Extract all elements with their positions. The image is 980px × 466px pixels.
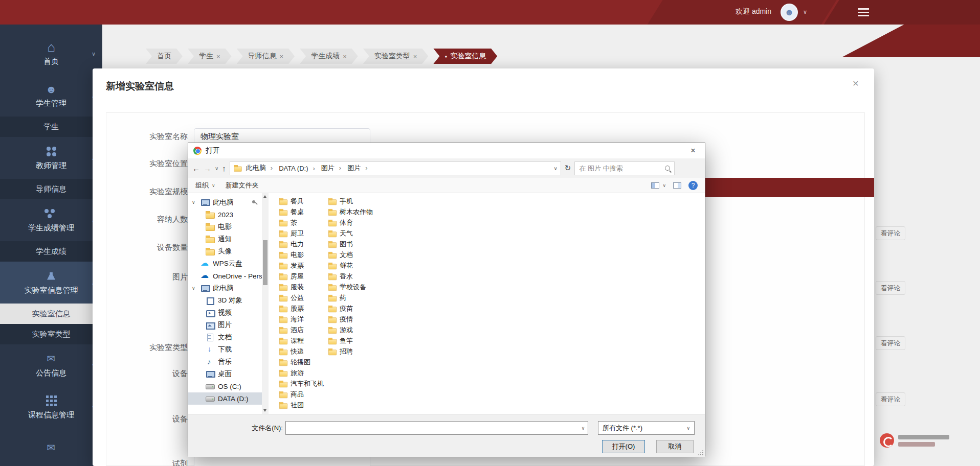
hamburger-menu-icon[interactable]	[858, 8, 869, 16]
sidebar-item[interactable]: 学生成绩	[0, 241, 102, 262]
folder-item[interactable]: 药	[328, 292, 377, 303]
tree-item[interactable]: 桌面	[188, 368, 262, 380]
chevron-down-icon[interactable]: ∨	[803, 9, 807, 15]
folder-item[interactable]: 课程	[279, 335, 328, 346]
sidebar-item[interactable]	[0, 428, 102, 466]
sidebar-item[interactable]: 教师管理 ∧	[0, 137, 102, 179]
sidebar-item[interactable]: 学生	[0, 116, 102, 137]
folder-item[interactable]: 房屋	[279, 271, 328, 282]
tree-item[interactable]: 下载	[188, 343, 262, 356]
breadcrumb-segment[interactable]: 图片	[345, 164, 370, 173]
folder-item[interactable]: 酒店	[279, 324, 328, 335]
new-folder-button[interactable]: 新建文件夹	[226, 181, 259, 190]
sidebar-item[interactable]: 学生成绩管理 ∧	[0, 199, 102, 241]
folder-item[interactable]: 文档	[328, 249, 377, 260]
back-icon[interactable]: ←	[192, 164, 200, 173]
folder-item[interactable]: 发票	[279, 260, 328, 271]
folder-item[interactable]: 商品	[279, 389, 328, 400]
tree-item[interactable]: 2023	[188, 208, 262, 221]
folder-item[interactable]: 招聘	[328, 346, 377, 357]
preview-pane-icon[interactable]	[673, 182, 681, 189]
resize-grip[interactable]	[697, 449, 703, 455]
tab[interactable]: 学生成绩 ×	[300, 49, 358, 64]
tab[interactable]: 首页	[146, 49, 183, 64]
folder-item[interactable]: 电影	[279, 249, 328, 260]
tree-item[interactable]: 音乐	[188, 356, 262, 368]
tree-item[interactable]: OS (C:)	[188, 380, 262, 392]
filename-input[interactable]	[286, 424, 578, 432]
view-comments-button[interactable]: 看评论	[876, 281, 905, 295]
folder-item[interactable]: 图书	[328, 239, 377, 249]
tree-item[interactable]: 3D 对象	[188, 294, 262, 307]
breadcrumb-segment[interactable]: 此电脑	[243, 164, 275, 173]
open-button[interactable]: 打开(O)	[602, 440, 645, 453]
tab-close-icon[interactable]: ×	[343, 53, 347, 60]
scrollbar-thumb[interactable]	[263, 240, 268, 285]
folder-item[interactable]: 餐桌	[279, 206, 328, 217]
tree-item[interactable]: DATA (D:)	[188, 392, 262, 405]
folder-item[interactable]: 茶	[279, 217, 328, 228]
folder-item[interactable]: 体育	[328, 217, 377, 228]
sidebar-item[interactable]: 课程信息管理 ∨	[0, 386, 102, 428]
tab-close-icon[interactable]: ×	[413, 53, 417, 60]
folder-item[interactable]: 学校设备	[328, 282, 377, 292]
tab[interactable]: 学生 ×	[188, 49, 232, 64]
folder-item[interactable]: 服装	[279, 282, 328, 292]
folder-item[interactable]: 游戏	[328, 324, 377, 335]
folder-item[interactable]: 疫苗	[328, 303, 377, 314]
dialog-close-icon[interactable]: ×	[681, 143, 705, 158]
folder-item[interactable]: 旅游	[279, 367, 328, 378]
organize-button[interactable]: 组织 ∨	[195, 181, 215, 190]
tree-item[interactable]: WPS云盘	[188, 258, 262, 270]
folder-item[interactable]: 餐具	[279, 196, 328, 206]
expander-icon[interactable]: ∨	[192, 200, 195, 205]
folder-item[interactable]: 轮播图	[279, 357, 328, 367]
tree-item[interactable]: 文档	[188, 331, 262, 343]
filename-combo[interactable]: ∨	[285, 421, 588, 435]
filetype-select[interactable]: 所有文件 (*.*) ∨	[598, 421, 695, 435]
address-bar[interactable]: 此电脑 DATA (D:) 图片 图片 ∨	[230, 161, 561, 175]
folder-item[interactable]: 鲜花	[328, 260, 377, 271]
tree-item[interactable]: ∨ 此电脑	[188, 196, 262, 208]
tree-scrollbar[interactable]	[262, 193, 269, 414]
tab[interactable]: ● 实验室信息	[433, 49, 497, 64]
history-chevron-icon[interactable]: ∨	[215, 166, 218, 171]
sidebar-item[interactable]: 首页 ∨	[0, 33, 102, 75]
address-dropdown-icon[interactable]: ∨	[554, 166, 558, 171]
view-comments-button[interactable]: 看评论	[876, 392, 905, 406]
sidebar-item[interactable]: 实验室信息	[0, 304, 102, 324]
avatar[interactable]	[781, 4, 798, 21]
folder-item[interactable]: 社团	[279, 400, 328, 410]
sidebar-item[interactable]: 实验室信息管理 ∧	[0, 262, 102, 304]
search-box[interactable]	[574, 161, 675, 175]
folder-item[interactable]: 手机	[328, 196, 377, 206]
tree-item[interactable]: 电影	[188, 221, 262, 233]
sidebar-item[interactable]: 公告信息 ∨	[0, 344, 102, 386]
folder-item[interactable]: 快递	[279, 346, 328, 357]
view-mode-button[interactable]: ∨	[651, 182, 666, 189]
tab[interactable]: 实验室类型 ×	[363, 49, 429, 64]
breadcrumb-segment[interactable]: DATA (D:)	[276, 165, 318, 172]
folder-item[interactable]: 海洋	[279, 314, 328, 324]
reagent-input[interactable]	[194, 455, 370, 466]
folder-item[interactable]: 天气	[328, 228, 377, 239]
tab[interactable]: 导师信息 ×	[237, 49, 295, 64]
folder-item[interactable]: 疫情	[328, 314, 377, 324]
up-icon[interactable]: ↑	[222, 164, 226, 173]
tab-close-icon[interactable]: ×	[216, 53, 220, 60]
folder-item[interactable]: 公益	[279, 292, 328, 303]
forward-icon[interactable]: →	[204, 164, 211, 173]
folder-item[interactable]: 树木农作物	[328, 206, 377, 217]
breadcrumb-segment[interactable]: 图片	[319, 164, 344, 173]
tab-close-icon[interactable]: ×	[280, 53, 284, 60]
folder-item[interactable]: 股票	[279, 303, 328, 314]
tree-item[interactable]: ∨ 此电脑	[188, 282, 262, 294]
refresh-icon[interactable]: ↻	[565, 164, 571, 173]
tree-item[interactable]: 视频	[188, 307, 262, 319]
tree-item[interactable]: 通知	[188, 233, 262, 245]
view-comments-button[interactable]: 看评论	[876, 336, 905, 350]
sidebar-item[interactable]: 实验室类型	[0, 324, 102, 344]
search-input[interactable]	[579, 165, 662, 172]
tree-item[interactable]: OneDrive - Pers	[188, 270, 262, 282]
folder-item[interactable]: 鱼竿	[328, 335, 377, 346]
